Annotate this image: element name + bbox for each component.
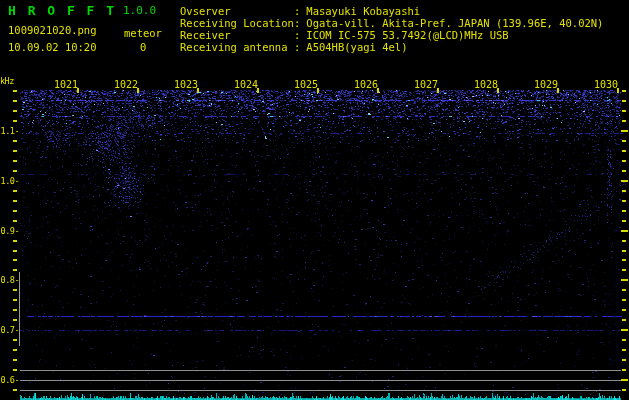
time-tick-label: 1024 [224, 79, 258, 90]
freq-value: 0.6 [1, 375, 15, 385]
info-label: Receiving Location [180, 17, 294, 29]
major-tick-glyph: - [14, 275, 19, 285]
hrofft-app: H R O F F T 1.0.0 1009021020.png meteor … [0, 0, 629, 400]
mode-label: meteor [124, 27, 162, 39]
info-colon: : [294, 17, 300, 29]
freq-tick-label: 0.9- [0, 226, 19, 236]
freq-tick-label: 1.1- [0, 126, 19, 136]
time-tick-label: 1030 [584, 79, 618, 90]
info-row-receiver: Receiver:ICOM IC-575 53.7492(@LCD)MHz US… [180, 29, 603, 41]
major-tick-glyph: - [14, 375, 19, 385]
datetime-label: 10.09.02 10:20 [8, 41, 97, 53]
spectrogram-canvas [0, 0, 629, 400]
info-row-location: Receiving Location:Ogata-vill. Akita-Pre… [180, 17, 603, 29]
freq-axis-unit: kHz [0, 76, 14, 86]
freq-tick-label: 1.0- [0, 176, 19, 186]
freq-value: 0.9 [1, 226, 15, 236]
info-row-antenna: Receiving antenna:A504HB(yagi 4el) [180, 41, 603, 53]
info-value: Masayuki Kobayashi [306, 5, 420, 17]
info-row-observer: Ovserver:Masayuki Kobayashi [180, 5, 603, 17]
info-value: Ogata-vill. Akita-Pref. JAPAN (139.96E, … [306, 17, 603, 29]
time-tick-label: 1025 [284, 79, 318, 90]
freq-value: 0.8 [1, 275, 15, 285]
info-value: ICOM IC-575 53.7492(@LCD)MHz USB [306, 29, 508, 41]
freq-value: 1.1 [1, 126, 15, 136]
major-tick-glyph: - [14, 226, 19, 236]
freq-tick-label: 0.8- [0, 275, 19, 285]
info-colon: : [294, 29, 300, 41]
time-tick-label: 1028 [464, 79, 498, 90]
major-tick-glyph: - [14, 176, 19, 186]
time-tick-label: 1022 [104, 79, 138, 90]
meteor-count: 0 [140, 41, 146, 53]
freq-tick-label: 0.6- [0, 375, 19, 385]
info-label: Receiving antenna [180, 41, 294, 53]
info-label: Ovserver [180, 5, 294, 17]
app-version: 1.0.0 [123, 4, 156, 17]
freq-value: 1.0 [1, 176, 15, 186]
info-value: A504HB(yagi 4el) [306, 41, 407, 53]
time-tick-label: 1027 [404, 79, 438, 90]
freq-value: 0.7 [1, 325, 15, 335]
major-tick-glyph: - [14, 325, 19, 335]
output-filename: 1009021020.png [8, 24, 97, 36]
major-tick-glyph: - [14, 126, 19, 136]
time-tick-label: 1026 [344, 79, 378, 90]
time-tick-label: 1021 [44, 79, 78, 90]
info-label: Receiver [180, 29, 294, 41]
info-colon: : [294, 5, 300, 17]
observer-info-block: Ovserver:Masayuki Kobayashi Receiving Lo… [180, 5, 603, 53]
freq-tick-label: 0.7- [0, 325, 19, 335]
time-tick-label: 1023 [164, 79, 198, 90]
app-title: H R O F F T [8, 3, 116, 18]
time-tick-label: 1029 [524, 79, 558, 90]
info-colon: : [294, 41, 300, 53]
